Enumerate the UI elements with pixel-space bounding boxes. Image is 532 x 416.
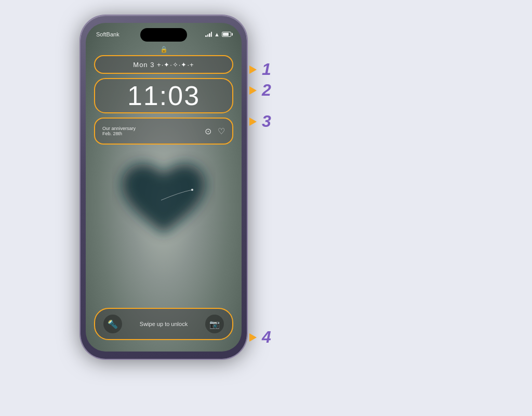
date-widget[interactable]: Mon 3 +·✦·✧·✦·+ — [94, 55, 233, 74]
signal-icon — [205, 32, 212, 37]
scene: SoftBank ▲ 🔒 Mon 3 +·✦·✧·✦·+ — [0, 0, 532, 416]
anniversary-widget[interactable]: Our anniversary Feb. 28th ⊙ ♡ — [94, 118, 233, 145]
date-text: Mon 3 +·✦·✧·✦·+ — [133, 61, 194, 69]
annotation-4: 4 — [249, 328, 271, 347]
anniversary-date: Feb. 28th — [102, 131, 200, 136]
label-2: 2 — [262, 81, 271, 100]
status-bar: SoftBank ▲ — [86, 23, 242, 46]
label-4: 4 — [262, 328, 271, 347]
phone-shell: SoftBank ▲ 🔒 Mon 3 +·✦·✧·✦·+ — [81, 16, 247, 359]
wifi-icon: ▲ — [214, 31, 220, 37]
dynamic-island — [140, 28, 187, 42]
heart-icon[interactable]: ♡ — [218, 126, 225, 136]
instagram-icon[interactable]: ⊙ — [205, 126, 211, 136]
annotation-1: 1 — [249, 60, 271, 79]
camera-icon[interactable]: 📷 — [205, 315, 224, 333]
swipe-bar[interactable]: 🔦 Swipe up to unlock 📷 — [94, 308, 233, 340]
label-1: 1 — [262, 60, 271, 79]
label-3: 3 — [262, 112, 271, 131]
phone-screen[interactable]: SoftBank ▲ 🔒 Mon 3 +·✦·✧·✦·+ — [86, 23, 242, 352]
arrow-1 — [249, 66, 257, 74]
anniversary-label: Our anniversary — [102, 126, 200, 131]
annotation-3: 3 — [249, 112, 271, 131]
battery-icon — [222, 32, 231, 37]
lock-icon: 🔒 — [160, 46, 168, 53]
swipe-text: Swipe up to unlock — [122, 321, 205, 327]
anniversary-icons: ⊙ ♡ — [205, 126, 225, 136]
arrow-4 — [249, 333, 257, 342]
arrow-3 — [249, 118, 257, 126]
anniversary-info: Our anniversary Feb. 28th — [102, 126, 200, 136]
svg-point-0 — [191, 189, 193, 191]
annotation-2: 2 — [249, 81, 271, 100]
arrow-2 — [249, 86, 257, 95]
carrier-label: SoftBank — [96, 31, 119, 37]
time-widget[interactable]: 11:03 — [94, 78, 233, 113]
status-icons: ▲ — [205, 31, 231, 37]
flashlight-icon[interactable]: 🔦 — [103, 315, 122, 333]
time-text: 11:03 — [127, 80, 200, 111]
